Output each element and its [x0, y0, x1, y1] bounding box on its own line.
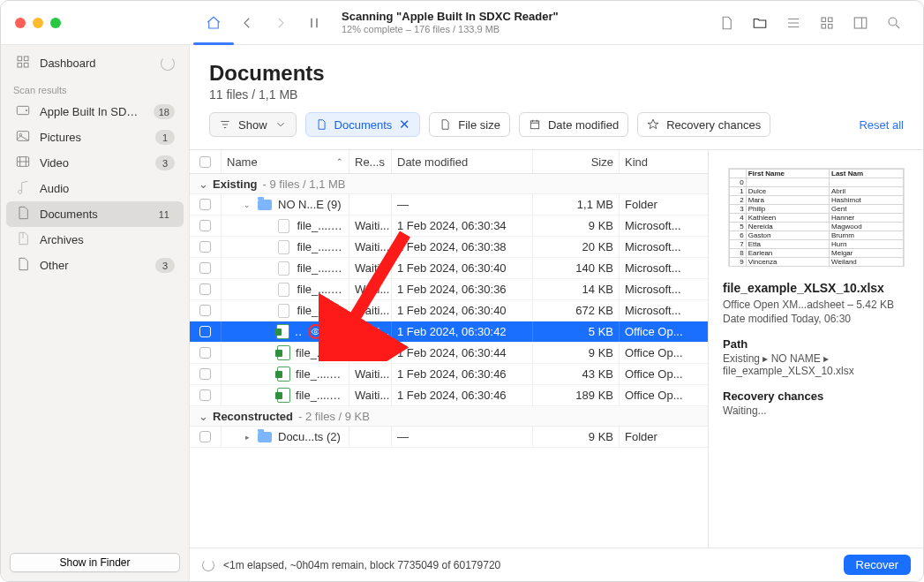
search-icon[interactable] — [879, 11, 909, 35]
file-name: file_....xlsx — [296, 367, 343, 381]
disclosure-caret-icon[interactable]: ▸ — [243, 433, 252, 442]
remove-filter-icon[interactable]: ✕ — [399, 117, 410, 132]
disclosure-caret-icon[interactable]: ⌄ — [243, 200, 252, 209]
spreadsheet-icon — [276, 324, 289, 340]
sidebar-item-documents[interactable]: Documents 11 — [6, 201, 184, 227]
window-titlebar: Scanning "Apple Built In SDXC Reader" 12… — [1, 1, 923, 45]
cell-kind: Microsoft... — [620, 279, 708, 299]
column-recovery[interactable]: Re...s — [349, 150, 392, 173]
cell-size: 9 KB — [533, 215, 620, 236]
minimize-window-icon[interactable] — [33, 18, 43, 28]
status-bar: <1m elapsed, ~0h04m remain, block 773504… — [190, 548, 923, 581]
cell-date: 1 Feb 2024, 06:30:38 — [392, 237, 533, 257]
row-checkbox[interactable] — [199, 262, 211, 274]
sidebar-section-label: Scan results — [1, 76, 189, 99]
column-name[interactable]: Name⌃ — [222, 150, 349, 173]
show-dropdown[interactable]: Show — [209, 112, 297, 137]
sidebar-item-other[interactable]: Other 3 — [6, 253, 184, 278]
column-kind[interactable]: Kind — [620, 150, 708, 173]
row-checkbox[interactable] — [199, 368, 211, 380]
row-checkbox[interactable] — [199, 305, 211, 316]
table-row[interactable]: file_....xlsx Waiti... 1 Feb 2024, 06:30… — [190, 385, 708, 406]
view-folder-icon[interactable] — [745, 11, 775, 35]
film-icon — [15, 155, 31, 170]
preview-filename: file_example_XLSX_10.xlsx — [723, 281, 909, 295]
preview-icon[interactable] — [308, 324, 323, 339]
row-checkbox[interactable] — [199, 347, 211, 359]
sidebar-item-label: Video — [40, 156, 146, 170]
cell-recovery: Waiti... — [349, 237, 392, 257]
reset-all-link[interactable]: Reset all — [859, 118, 904, 132]
svg-rect-1 — [829, 18, 833, 22]
image-icon — [15, 130, 31, 145]
column-size[interactable]: Size — [533, 150, 620, 173]
hex-view-icon[interactable]: # — [328, 324, 343, 339]
cell-date: 1 Feb 2024, 06:30:40 — [392, 258, 533, 278]
row-checkbox[interactable] — [199, 389, 211, 401]
svg-rect-7 — [24, 57, 28, 61]
filter-chip-datemodified[interactable]: Date modified — [519, 112, 628, 137]
scan-status: Scanning "Apple Built In SDXC Reader" 12… — [342, 10, 708, 35]
document-icon — [276, 239, 291, 255]
pause-scan-button[interactable] — [299, 11, 329, 35]
group-row[interactable]: ⌄Existing - 9 files / 1,1 MB — [190, 174, 708, 194]
preview-thumbnail: First NameLast Nam01DulceAbril2MaraHashi… — [728, 168, 905, 267]
table-row[interactable]: file_....xls Waiti... 1 Feb 2024, 06:30:… — [190, 300, 708, 321]
show-in-finder-button[interactable]: Show in Finder — [10, 553, 180, 572]
cell-recovery: Waiti... — [349, 215, 392, 236]
filter-chip-recovery[interactable]: Recovery chances — [637, 112, 770, 137]
preview-meta-kind: Office Open XM...adsheet – 5.42 KB — [723, 299, 909, 311]
table-row[interactable]: ▸Docu...ts (2) — 9 KB Folder — [190, 427, 708, 448]
row-checkbox[interactable] — [199, 431, 211, 442]
table-row[interactable]: file_....xls Waiti... 1 Feb 2024, 06:30:… — [190, 237, 708, 258]
table-row[interactable]: file_....xls Waiti... 1 Feb 2024, 06:30:… — [190, 258, 708, 279]
sidebar-item-pictures[interactable]: Pictures 1 — [6, 125, 184, 150]
group-row[interactable]: ⌄Reconstructed - 2 files / 9 KB — [190, 406, 708, 427]
table-row[interactable]: file_....xls Waiti... 1 Feb 2024, 06:30:… — [190, 215, 708, 237]
row-checkbox[interactable] — [199, 241, 211, 253]
table-row[interactable]: ⌄NO N...E (9) — 1,1 MB Folder — [190, 194, 708, 215]
sidebar-item-label: Other — [40, 259, 146, 272]
view-list-icon[interactable] — [778, 11, 808, 35]
toggle-preview-pane-icon[interactable] — [845, 11, 875, 35]
sidebar-item-audio[interactable]: Audio — [6, 176, 184, 201]
row-checkbox[interactable] — [199, 199, 211, 210]
cell-kind: Microsoft... — [620, 300, 708, 321]
row-checkbox[interactable] — [199, 326, 211, 337]
table-row[interactable]: file_....xlsx Waiti... 1 Feb 2024, 06:30… — [190, 364, 708, 385]
svg-rect-2 — [822, 24, 826, 28]
sidebar-item-archives[interactable]: Archives — [6, 227, 184, 253]
column-date[interactable]: Date modified — [392, 150, 533, 173]
close-window-icon[interactable] — [15, 18, 26, 28]
view-document-icon[interactable] — [711, 11, 741, 35]
sidebar-item-apple-built-in-sdxc-[interactable]: Apple Built In SDXC... 18 — [6, 99, 184, 125]
svg-rect-15 — [530, 121, 538, 129]
row-checkbox[interactable] — [199, 283, 211, 295]
filter-chip-documents[interactable]: Documents ✕ — [305, 112, 421, 137]
folder-icon — [257, 197, 273, 213]
cell-size: 20 KB — [533, 237, 620, 257]
sidebar-item-video[interactable]: Video 3 — [6, 150, 184, 176]
forward-button[interactable] — [266, 11, 296, 35]
chevron-down-icon — [274, 118, 287, 131]
svg-rect-8 — [18, 63, 22, 67]
recover-button[interactable]: Recover — [844, 555, 911, 575]
table-row[interactable]: ...# Waiti... 1 Feb 2024, 06:30:42 5 KB … — [190, 321, 708, 343]
svg-rect-0 — [822, 18, 826, 22]
zoom-window-icon[interactable] — [50, 18, 61, 28]
sidebar-item-dashboard[interactable]: Dashboard — [6, 50, 184, 76]
back-button[interactable] — [232, 11, 262, 35]
view-grid-icon[interactable] — [812, 11, 842, 35]
sidebar-item-label: Dashboard — [40, 57, 152, 70]
home-tab-button[interactable] — [199, 11, 229, 35]
select-all-checkbox[interactable] — [199, 156, 211, 168]
spreadsheet-icon — [276, 345, 290, 361]
other-icon — [15, 257, 31, 274]
row-checkbox[interactable] — [199, 220, 211, 231]
cell-size: 9 KB — [533, 343, 620, 363]
table-row[interactable]: file_....xls Waiti... 1 Feb 2024, 06:30:… — [190, 279, 708, 300]
table-row[interactable]: file_....xlsx Waiti... 1 Feb 2024, 06:30… — [190, 343, 708, 364]
filter-chip-filesize[interactable]: File size — [429, 112, 510, 137]
cell-kind: Microsoft... — [620, 258, 708, 278]
progress-spinner-icon — [202, 559, 214, 571]
